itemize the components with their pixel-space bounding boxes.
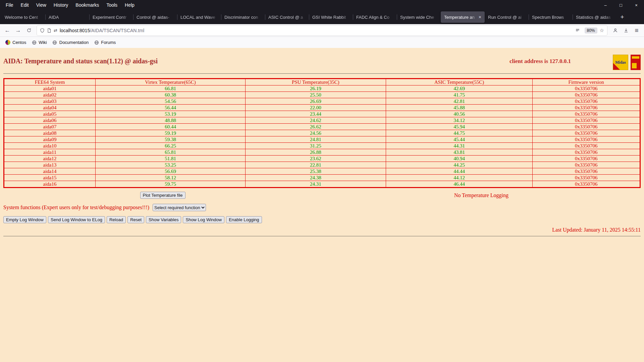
url-text[interactable]: localhost:8015/AIDA/TSCAN/TSCAN.tml: [60, 28, 575, 33]
firmware-version: 0x3350706: [533, 111, 640, 117]
firmware-version: 0x3350706: [533, 98, 640, 105]
show-variables-button[interactable]: Show Variables: [146, 216, 181, 223]
minimize-icon[interactable]: –: [598, 0, 613, 10]
account-icon[interactable]: [610, 25, 621, 36]
page-info-icon[interactable]: [47, 28, 51, 33]
gsi-logo[interactable]: [631, 55, 641, 70]
tab-spectrum-brows[interactable]: Spectrum Brows: [529, 11, 573, 23]
fee64-name: aida06: [4, 117, 96, 124]
fee64-name: aida04: [4, 105, 96, 111]
asic-temp: 43.81: [386, 149, 533, 156]
tab-discriminator-con[interactable]: Discriminator con: [221, 11, 265, 23]
tab-label: System wide Che: [400, 15, 437, 20]
logging-status-text: No Temperature Logging: [454, 192, 508, 198]
firmware-version: 0x3350706: [533, 181, 640, 188]
virtex-temp: 60.44: [96, 124, 246, 130]
bookmark-centos[interactable]: Centos: [3, 39, 29, 46]
reload-icon[interactable]: [23, 25, 34, 36]
menu-file[interactable]: File: [2, 0, 17, 10]
midas-logo[interactable]: Midas: [613, 55, 628, 70]
tab-label: Experiment Contr: [93, 15, 130, 20]
new-tab-button[interactable]: +: [616, 11, 628, 23]
tab-experiment-contr[interactable]: Experiment Contr: [89, 11, 133, 23]
menu-icon[interactable]: ≡: [631, 25, 642, 36]
firmware-version: 0x3350706: [533, 156, 640, 162]
temperature-table-header-row: FEE64 SystemVirtex Temperature(65C)PSU T…: [4, 79, 640, 85]
reset-button[interactable]: Reset: [127, 216, 144, 223]
bookmark-documentation[interactable]: Documentation: [50, 39, 91, 46]
asic-temp: 44.31: [386, 143, 533, 149]
tab-label: Statistics @ aidas: [576, 15, 613, 20]
close-icon[interactable]: ×: [629, 0, 644, 10]
tab-aida[interactable]: AIDA: [45, 11, 89, 23]
fee64-name: aida07: [4, 124, 96, 130]
psu-temp: 22.00: [246, 105, 386, 111]
tab-label: GSI White Rabbit: [312, 15, 350, 20]
menu-history[interactable]: History: [50, 0, 72, 10]
tab-gsi-white-rabbit[interactable]: GSI White Rabbit: [309, 11, 353, 23]
tab-welcome-to-cent[interactable]: Welcome to Cent: [1, 11, 45, 23]
asic-temp: 44.25: [386, 162, 533, 168]
centos-icon: [5, 40, 10, 45]
connection-icon[interactable]: ⇄: [54, 28, 57, 33]
tab-temperature-an[interactable]: Temperature an×: [441, 11, 485, 23]
function-select[interactable]: Select required function: [153, 204, 206, 211]
back-icon[interactable]: ←: [2, 25, 13, 36]
enable-logging-button[interactable]: Enable Logging: [226, 216, 262, 223]
reader-mode-icon[interactable]: [575, 28, 580, 33]
bookmark-star-icon[interactable]: ☆: [600, 27, 604, 34]
zoom-level-badge[interactable]: 80%: [585, 27, 597, 34]
asic-temp: 45.88: [386, 105, 533, 111]
tab-run-control-ai[interactable]: Run Control @ ai: [485, 11, 529, 23]
table-row: aida0354.5626.6942.810x3350706: [4, 98, 640, 105]
window-titlebar: FileEditViewHistoryBookmarksToolsHelp – …: [0, 0, 644, 10]
firmware-version: 0x3350706: [533, 143, 640, 149]
fee64-name: aida11: [4, 149, 96, 156]
tab-close-icon[interactable]: ×: [479, 14, 481, 20]
plot-temperature-file-button[interactable]: Plot Temperature file: [140, 192, 185, 199]
tab-control-aidas[interactable]: Control @ aidas-: [133, 11, 177, 23]
psu-temp: 23.62: [246, 156, 386, 162]
empty-log-window-button[interactable]: Empty Log Window: [3, 216, 46, 223]
virtex-temp: 51.81: [96, 156, 246, 162]
tab-asic-control-a[interactable]: ASIC Control @ a: [265, 11, 309, 23]
menu-tools[interactable]: Tools: [103, 0, 121, 10]
tab-fadc-align-co[interactable]: FADC Align & Co: [353, 11, 397, 23]
asic-temp: 34.12: [386, 117, 533, 124]
column-header-firmware-version: Firmware version: [533, 79, 640, 85]
menu-view[interactable]: View: [33, 0, 50, 10]
tab-bar: Welcome to CentAIDAExperiment ContrContr…: [0, 10, 644, 24]
tab-local-and-wave[interactable]: LOCAL and Wave: [177, 11, 221, 23]
bookmark-label: Documentation: [59, 40, 89, 45]
asic-temp: 42.81: [386, 98, 533, 105]
asic-temp: 44.44: [386, 168, 533, 175]
tab-label: Welcome to Cent: [5, 15, 42, 20]
table-row: aida1066.2531.2544.310x3350706: [4, 143, 640, 149]
forward-icon[interactable]: →: [13, 25, 23, 36]
midas-logo-text: Midas: [615, 60, 626, 65]
asic-temp: 44.75: [386, 130, 533, 136]
downloads-icon[interactable]: [621, 25, 631, 36]
tab-system-wide-che[interactable]: System wide Che: [397, 11, 441, 23]
menu-edit[interactable]: Edit: [17, 0, 33, 10]
bookmark-forums[interactable]: Forums: [91, 39, 118, 46]
url-host: localhost:8015: [60, 28, 90, 33]
menu-help[interactable]: Help: [121, 0, 138, 10]
url-bar[interactable]: ⇄ localhost:8015/AIDA/TSCAN/TSCAN.tml 80…: [37, 25, 607, 36]
reload-button[interactable]: Reload: [107, 216, 126, 223]
menu-bookmarks[interactable]: Bookmarks: [72, 0, 103, 10]
table-row: aida0260.3825.5041.750x3350706: [4, 92, 640, 98]
logos: Midas: [613, 55, 641, 70]
send-log-window-to-elog-button[interactable]: Send Log Window to ELog: [48, 216, 105, 223]
psu-temp: 26.69: [246, 98, 386, 105]
shield-icon[interactable]: [40, 28, 45, 33]
show-log-window-button[interactable]: Show Log Window: [183, 216, 224, 223]
tab-label: ASIC Control @ a: [268, 15, 306, 20]
maximize-icon[interactable]: □: [613, 0, 629, 10]
fee64-name: aida12: [4, 156, 96, 162]
system-functions-label: System functions (Expert users only for …: [3, 204, 149, 210]
table-row: aida1251.8123.6240.940x3350706: [4, 156, 640, 162]
tab-statistics-aidas[interactable]: Statistics @ aidas: [573, 11, 616, 23]
bookmark-wiki[interactable]: Wiki: [29, 39, 50, 46]
psu-temp: 25.38: [246, 168, 386, 175]
